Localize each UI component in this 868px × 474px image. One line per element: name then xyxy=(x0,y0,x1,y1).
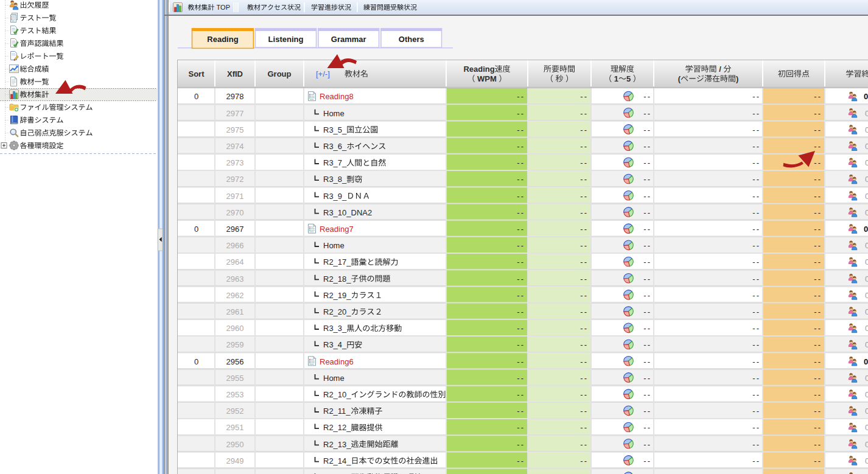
svg-text:0: 0 xyxy=(865,241,868,250)
svg-text:--: -- xyxy=(752,374,760,383)
svg-text:2961: 2961 xyxy=(226,307,244,316)
svg-text:--: -- xyxy=(814,423,822,432)
svg-text:0: 0 xyxy=(864,357,868,366)
svg-text:0: 0 xyxy=(865,423,868,432)
svg-text:): ) xyxy=(736,74,738,83)
svg-text:--: -- xyxy=(814,291,822,300)
svg-text:0: 0 xyxy=(865,390,868,399)
svg-text:--: -- xyxy=(517,142,525,151)
svg-text:0: 0 xyxy=(865,291,868,300)
svg-text:0: 0 xyxy=(864,225,868,234)
svg-text:R2_20_: R2_20_ xyxy=(323,307,351,316)
svg-text:Reading6: Reading6 xyxy=(320,357,354,366)
svg-text:Sort: Sort xyxy=(189,69,205,78)
svg-text:WPM: WPM xyxy=(477,74,497,83)
svg-text:2972: 2972 xyxy=(226,175,244,184)
svg-text:--: -- xyxy=(752,192,760,201)
svg-text:--: -- xyxy=(517,225,525,234)
svg-text:--: -- xyxy=(814,456,822,465)
svg-text:0: 0 xyxy=(194,357,198,366)
svg-text:R2_18_: R2_18_ xyxy=(323,274,351,284)
svg-text:--: -- xyxy=(643,307,651,316)
svg-text:XfID: XfID xyxy=(227,69,243,78)
svg-text:/: / xyxy=(719,64,721,74)
svg-text:--: -- xyxy=(517,456,525,465)
svg-text:--: -- xyxy=(752,456,760,465)
svg-text:R3_10_DNA2: R3_10_DNA2 xyxy=(323,208,372,217)
svg-text:--: -- xyxy=(752,241,760,250)
svg-text:--: -- xyxy=(580,423,588,432)
svg-text:[+/-]: [+/-] xyxy=(316,69,330,78)
svg-text:Group: Group xyxy=(268,69,292,78)
svg-text:Others: Others xyxy=(399,35,424,44)
svg-text:--: -- xyxy=(814,324,822,333)
svg-text:--: -- xyxy=(517,440,525,449)
svg-text:--: -- xyxy=(814,192,822,201)
svg-text:0: 0 xyxy=(865,257,868,267)
svg-text:--: -- xyxy=(580,291,588,300)
svg-text:2950: 2950 xyxy=(226,440,244,449)
svg-text:--: -- xyxy=(814,125,822,134)
svg-text:--: -- xyxy=(814,307,822,316)
svg-text:--: -- xyxy=(580,406,588,416)
svg-text:--: -- xyxy=(580,340,588,349)
svg-text:TOP: TOP xyxy=(217,4,230,11)
svg-text:0: 0 xyxy=(865,340,868,349)
svg-text:2955: 2955 xyxy=(226,374,244,383)
svg-text:--: -- xyxy=(517,340,525,349)
svg-text:R2_13_: R2_13_ xyxy=(323,440,351,449)
svg-text:--: -- xyxy=(580,241,588,250)
svg-text:R3_5_: R3_5_ xyxy=(323,125,347,134)
svg-text:--: -- xyxy=(580,324,588,333)
svg-text:--: -- xyxy=(580,225,588,234)
svg-text:--: -- xyxy=(580,109,588,118)
svg-text:--: -- xyxy=(814,175,822,184)
svg-text:(: ( xyxy=(678,74,681,83)
svg-text:2960: 2960 xyxy=(226,324,244,333)
svg-text:2959: 2959 xyxy=(226,340,244,349)
svg-text:--: -- xyxy=(517,192,525,201)
svg-text:--: -- xyxy=(752,324,760,333)
svg-text:--: -- xyxy=(517,257,525,267)
svg-text:--: -- xyxy=(752,357,760,366)
svg-text:2970: 2970 xyxy=(226,208,244,217)
svg-text:--: -- xyxy=(814,440,822,449)
svg-text:2949: 2949 xyxy=(226,456,244,465)
svg-text:0: 0 xyxy=(865,374,868,383)
svg-text:--: -- xyxy=(643,440,651,449)
svg-text:--: -- xyxy=(580,158,588,167)
svg-text:--: -- xyxy=(517,158,525,167)
svg-text:0: 0 xyxy=(865,109,868,118)
svg-text:--: -- xyxy=(517,324,525,333)
svg-text:R3_3_: R3_3_ xyxy=(323,324,347,333)
svg-text:--: -- xyxy=(580,175,588,184)
svg-text:--: -- xyxy=(517,357,525,366)
svg-text:0: 0 xyxy=(865,192,868,201)
svg-text:--: -- xyxy=(643,125,651,134)
svg-text:2975: 2975 xyxy=(226,125,244,134)
svg-text:--: -- xyxy=(814,340,822,349)
svg-text:2966: 2966 xyxy=(226,241,244,250)
svg-text:--: -- xyxy=(752,423,760,432)
svg-text:--: -- xyxy=(580,374,588,383)
svg-text:--: -- xyxy=(517,109,525,118)
svg-text:--: -- xyxy=(643,324,651,333)
svg-text:Reading7: Reading7 xyxy=(320,225,354,234)
svg-text:R2_10_: R2_10_ xyxy=(323,390,351,399)
svg-text:--: -- xyxy=(814,225,822,234)
svg-text:R2_12_: R2_12_ xyxy=(323,423,351,432)
svg-text:Home: Home xyxy=(323,241,345,250)
svg-text:--: -- xyxy=(643,142,651,151)
svg-text:--: -- xyxy=(643,406,651,416)
svg-text:2974: 2974 xyxy=(226,142,244,151)
svg-text:R2_17_: R2_17_ xyxy=(323,257,351,267)
svg-text:Home: Home xyxy=(323,374,345,383)
svg-text:R3_7_: R3_7_ xyxy=(323,158,347,167)
svg-text:Reading: Reading xyxy=(207,35,238,44)
svg-text:Grammar: Grammar xyxy=(331,35,366,44)
svg-text:--: -- xyxy=(517,406,525,416)
svg-text:Reading8: Reading8 xyxy=(320,92,354,101)
svg-text:--: -- xyxy=(580,257,588,267)
svg-text:--: -- xyxy=(643,456,651,465)
svg-text:0: 0 xyxy=(865,307,868,316)
